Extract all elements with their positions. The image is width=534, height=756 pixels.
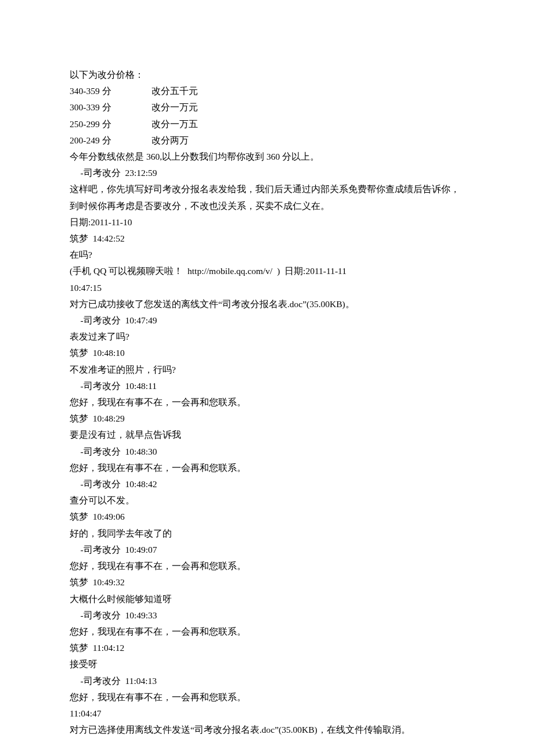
- blank-line: [70, 738, 464, 754]
- text-line: 在吗?: [70, 247, 464, 263]
- text-line: 340-359 分 改分五千元: [70, 83, 464, 99]
- text-line: 表发过来了吗?: [70, 329, 464, 345]
- text-line: 10:47:15: [70, 280, 464, 296]
- text-line: 您好，我现在有事不在，一会再和您联系。: [70, 558, 464, 574]
- text-line: 查分可以不发。: [70, 492, 464, 509]
- text-line: -司考改分 10:48:11: [70, 378, 464, 394]
- text-line: 以下为改分价格：: [70, 67, 464, 83]
- text-line: 对方已选择使用离线文件发送“司考改分报名表.doc”(35.00KB)，在线文件…: [70, 722, 464, 738]
- text-line: 日期:2011-11-10: [70, 214, 464, 231]
- text-line: 筑梦 10:48:29: [70, 411, 464, 427]
- text-line: -司考改分 23:12:59: [70, 165, 464, 181]
- text-line: -司考改分 10:48:30: [70, 444, 464, 460]
- text-line: 这样吧，你先填写好司考改分报名表发给我，我们后天通过内部关系免费帮你查成绩后告诉…: [70, 181, 464, 214]
- text-line: 您好，我现在有事不在，一会再和您联系。: [70, 394, 464, 411]
- text-line: 不发准考证的照片，行吗?: [70, 362, 464, 378]
- text-line: 对方已成功接收了您发送的离线文件“司考改分报名表.doc”(35.00KB)。: [70, 296, 464, 312]
- text-line: -司考改分 10:49:07: [70, 542, 464, 558]
- text-line: 筑梦 10:49:06: [70, 509, 464, 525]
- text-line: (手机 QQ 可以视频聊天啦！ http://mobile.qq.com/v/ …: [70, 263, 464, 279]
- text-line: 筑梦 10:48:10: [70, 345, 464, 361]
- text-line: -司考改分 10:48:42: [70, 476, 464, 492]
- text-line: 250-299 分 改分一万五: [70, 116, 464, 132]
- text-line: -司考改分 11:04:13: [70, 673, 464, 689]
- text-line: 300-339 分 改分一万元: [70, 99, 464, 116]
- text-line: 今年分数线依然是 360,以上分数我们均帮你改到 360 分以上。: [70, 149, 464, 165]
- text-line: -司考改分 10:49:33: [70, 607, 464, 624]
- text-line: 您好，我现在有事不在，一会再和您联系。: [70, 624, 464, 640]
- text-line: 大概什么时候能够知道呀: [70, 591, 464, 607]
- text-line: 200-249 分 改分两万: [70, 132, 464, 149]
- text-line: 要是没有过，就早点告诉我: [70, 427, 464, 443]
- text-line: 接受呀: [70, 656, 464, 672]
- text-line: -司考改分 10:47:49: [70, 312, 464, 329]
- text-line: 筑梦 11:04:12: [70, 640, 464, 656]
- text-line: 您好，我现在有事不在，一会再和您联系。: [70, 460, 464, 476]
- text-line: 11:04:47: [70, 705, 464, 722]
- text-line: 筑梦 14:42:52: [70, 231, 464, 247]
- text-line: 筑梦 10:49:32: [70, 574, 464, 591]
- text-line: 您好，我现在有事不在，一会再和您联系。: [70, 689, 464, 705]
- text-line: 好的，我同学去年改了的: [70, 525, 464, 542]
